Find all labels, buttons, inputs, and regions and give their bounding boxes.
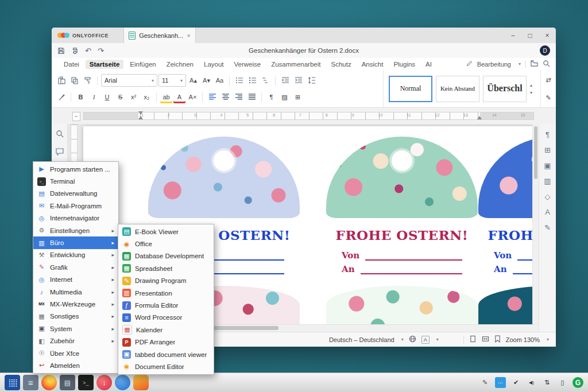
- style-normal[interactable]: Normal: [389, 76, 432, 102]
- tab-ai[interactable]: AI: [421, 60, 436, 69]
- submenu-item-kalender[interactable]: ▦ Kalender: [118, 324, 214, 336]
- tray-pencil-icon[interactable]: ✎: [479, 377, 490, 388]
- line-spacing-icon[interactable]: [305, 75, 318, 87]
- increase-indent-icon[interactable]: [292, 75, 304, 87]
- menu-item-email-programm[interactable]: ✉ E-Mail-Programm: [33, 200, 118, 212]
- menu-item-programm-starten[interactable]: ▶ Programm starten ...: [33, 163, 118, 175]
- first-line-indent-marker[interactable]: [138, 111, 143, 115]
- align-justify-icon[interactable]: [246, 91, 258, 103]
- menu-item-terminal[interactable]: >_ Terminal: [33, 175, 118, 187]
- submenu-item-office[interactable]: ◉ Office: [118, 238, 214, 250]
- menu-item-einstellungen[interactable]: ⚙ Einstellungen ▸: [33, 224, 118, 236]
- fit-width-icon[interactable]: [482, 335, 489, 344]
- package-installer-icon[interactable]: ↓: [96, 375, 112, 390]
- shading-button[interactable]: ▨: [278, 91, 291, 103]
- horizontal-ruler[interactable]: 1 2 3 4 5 6 7 8 9 10 11 12 13 14 15 16: [83, 112, 534, 120]
- align-left-icon[interactable]: [206, 91, 218, 103]
- style-ueberschrift[interactable]: Überschl: [483, 76, 527, 102]
- select-tool-button[interactable]: ✎: [543, 92, 555, 104]
- green-recorder-icon[interactable]: G: [572, 377, 583, 388]
- font-name-select[interactable]: Arial ▾: [101, 74, 157, 87]
- tray-network-icon[interactable]: ⇅: [541, 377, 552, 388]
- maximize-button[interactable]: □: [521, 28, 539, 43]
- paragraph-marks-button[interactable]: ¶: [265, 91, 277, 103]
- menu-item-abmelden[interactable]: ↩ Abmelden: [33, 359, 118, 371]
- gallery-down-icon[interactable]: ▾: [530, 90, 532, 95]
- minimize-button[interactable]: −: [504, 28, 521, 43]
- zoom-control[interactable]: Zoom 130% ▾: [506, 336, 549, 343]
- font-size-select[interactable]: 11 ▾: [158, 74, 186, 87]
- strikethrough-button[interactable]: S: [114, 91, 126, 103]
- vertical-scrollbar[interactable]: [532, 124, 539, 325]
- submenu-item-drawing-program[interactable]: ✎ Drawing Program: [118, 275, 214, 287]
- menu-item-ueber-xfce[interactable]: ☉ Über Xfce: [33, 347, 118, 359]
- menu-item-system[interactable]: ▣ System ▸: [33, 323, 118, 335]
- tab-schutz[interactable]: Schutz: [327, 60, 355, 69]
- increase-font-button[interactable]: A▴: [187, 75, 199, 87]
- submenu-item-ebook-viewer[interactable]: ▤ E-Book Viewer: [118, 226, 214, 238]
- image-settings-icon[interactable]: ▣: [542, 161, 554, 170]
- paragraph-settings-icon[interactable]: ¶: [542, 130, 554, 139]
- numbered-list-icon[interactable]: [246, 75, 258, 87]
- underline-button[interactable]: U: [101, 91, 113, 103]
- tab-zusammenarbeit[interactable]: Zusammenarbeit: [267, 60, 324, 69]
- format-painter-icon[interactable]: [82, 75, 94, 87]
- submenu-item-spreadsheet[interactable]: ▦ Spreadsheet: [118, 262, 214, 274]
- bullet-list-icon[interactable]: [233, 75, 245, 87]
- shape-settings-icon[interactable]: ◇: [542, 192, 554, 201]
- bookmark-icon[interactable]: [494, 335, 501, 344]
- tab-ansicht[interactable]: Ansicht: [358, 60, 388, 69]
- orange-app-icon[interactable]: [133, 375, 149, 390]
- tab-datei[interactable]: Datei: [60, 60, 83, 69]
- decrease-indent-icon[interactable]: [279, 75, 291, 87]
- edit-mode-label[interactable]: Bearbeitung: [477, 61, 511, 68]
- subscript-button[interactable]: x₂: [141, 91, 153, 103]
- fit-page-icon[interactable]: [469, 335, 477, 344]
- submenu-item-document-editor[interactable]: ◉ Document Editor: [118, 360, 214, 372]
- style-kein-abstand[interactable]: Kein Abstand: [436, 76, 479, 102]
- firefox-icon[interactable]: [41, 375, 57, 390]
- align-center-icon[interactable]: [219, 91, 231, 103]
- menu-item-sonstiges[interactable]: ▦ Sonstiges ▸: [33, 311, 118, 323]
- menu-item-internet[interactable]: ◎ Internet ▸: [33, 274, 118, 286]
- bold-button[interactable]: B: [75, 91, 87, 103]
- tray-chat-icon[interactable]: ⋯: [495, 377, 506, 388]
- tray-clipboard-icon[interactable]: ▯: [557, 377, 568, 388]
- search-icon[interactable]: [543, 60, 550, 68]
- window-titlebar[interactable]: ONLYOFFICE Geschenkanh... × − □ ×: [52, 28, 556, 43]
- undo-icon[interactable]: ↶: [85, 46, 91, 55]
- vertical-scrollbar-thumb[interactable]: [534, 126, 537, 179]
- superscript-button[interactable]: x²: [127, 91, 140, 103]
- tab-close-icon[interactable]: ×: [187, 32, 190, 39]
- menu-item-grafik[interactable]: ✎ Grafik ▸: [33, 261, 118, 273]
- table-settings-icon[interactable]: ⊞: [542, 145, 554, 155]
- user-avatar[interactable]: D: [540, 45, 550, 56]
- save-icon[interactable]: [57, 47, 65, 55]
- menu-item-zubehoer[interactable]: ◧ Zubehör ▸: [33, 335, 118, 347]
- tabstop-selector[interactable]: ⌐: [72, 112, 80, 121]
- paste-icon[interactable]: [55, 75, 67, 87]
- highlight-color-button[interactable]: ab: [160, 91, 172, 103]
- submenu-item-formula-editor[interactable]: ƒ Formula Editor: [118, 299, 214, 311]
- document-tab[interactable]: Geschenkanh... ×: [123, 28, 196, 43]
- align-right-icon[interactable]: [233, 91, 245, 103]
- menu-item-mx-werkzeuge[interactable]: MX MX-Werkzeuge ▸: [33, 298, 118, 310]
- menu-item-internetnavigator[interactable]: ◎ Internetnavigator: [33, 212, 118, 224]
- replace-button[interactable]: ⇄: [543, 74, 555, 86]
- font-color-button[interactable]: A: [173, 91, 185, 103]
- submenu-item-database-development[interactable]: ▦ Database Development: [118, 250, 214, 262]
- borders-button[interactable]: ⊞: [292, 91, 304, 103]
- menu-item-dateiverwaltung[interactable]: ▤ Dateiverwaltung: [33, 188, 118, 200]
- right-indent-marker[interactable]: [477, 116, 482, 119]
- chart-settings-icon[interactable]: ▥: [542, 176, 554, 186]
- tab-startseite[interactable]: Startseite: [86, 60, 123, 69]
- window-list-button[interactable]: ≡: [23, 375, 38, 390]
- redo-icon[interactable]: ↷: [98, 46, 104, 55]
- clear-formatting-button[interactable]: A×: [187, 91, 199, 103]
- signature-settings-icon[interactable]: ✎: [542, 223, 554, 232]
- blue-app-icon[interactable]: [115, 375, 130, 390]
- submenu-item-tabbed-document-viewer[interactable]: ▣ tabbed document viewer: [118, 348, 214, 360]
- menu-item-multimedia[interactable]: ♪ Multimedia ▸: [33, 286, 118, 298]
- tab-einfuegen[interactable]: Einfügen: [126, 60, 160, 69]
- change-case-button[interactable]: Aa: [214, 75, 226, 87]
